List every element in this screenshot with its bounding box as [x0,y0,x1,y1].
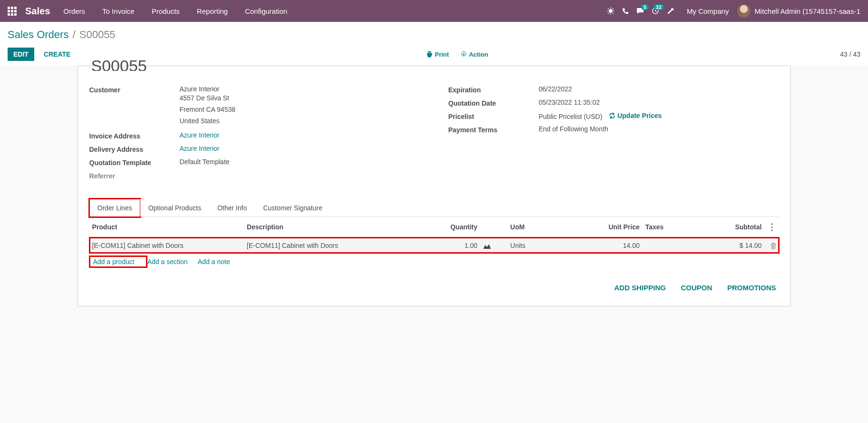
tools-icon[interactable] [667,7,674,15]
company-switcher[interactable]: My Company [687,7,729,15]
col-quantity: Quantity [412,217,480,237]
right-column: Expiration 06/22/2022 Quotation Date 05/… [449,85,779,185]
create-button[interactable]: CREATE [40,48,75,61]
expiration-label: Expiration [449,85,539,94]
col-uom: UoM [507,217,575,237]
expiration-value: 06/22/2022 [539,85,572,93]
brand[interactable]: Sales [25,6,50,17]
breadcrumb-parent[interactable]: Sales Orders [8,29,68,40]
col-description: Description [244,217,412,237]
messaging-icon[interactable]: 5 [636,7,644,15]
debug-icon[interactable] [607,7,614,15]
quotation-date-label: Quotation Date [449,98,539,107]
line-subtotal: $ 14.00 [697,237,765,253]
line-description[interactable]: [E-COM11] Cabinet with Doors [244,237,412,253]
col-product: Product [89,217,244,237]
customer-addr1: 4557 De Silva St [180,93,236,104]
columns-menu-icon[interactable]: ⋮ [768,222,776,232]
navbar: Sales Orders To Invoice Products Reporti… [0,0,868,22]
nav-configuration[interactable]: Configuration [245,7,287,15]
forecast-icon[interactable] [483,243,491,249]
quotation-template-value: Default Template [180,158,230,166]
pricelist-value: Public Pricelist (USD) [539,113,603,120]
tab-order-lines[interactable]: Order Lines [89,199,140,217]
col-unit-price: Unit Price [575,217,643,237]
tab-other-info[interactable]: Other Info [209,199,255,216]
line-uom[interactable]: Units [507,237,575,253]
invoice-address-label: Invoice Address [89,131,180,140]
breadcrumb: Sales Orders / S00055 [8,29,860,41]
add-product-link[interactable]: Add a product [93,258,135,266]
activities-badge: 32 [653,4,664,10]
add-shipping-button[interactable]: ADD SHIPPING [614,284,666,292]
line-taxes[interactable] [643,237,697,253]
messaging-badge: 5 [641,4,649,10]
refresh-icon [609,112,615,119]
activities-icon[interactable]: 32 [652,7,659,15]
apps-icon[interactable] [8,7,17,16]
col-subtotal: Subtotal [697,217,765,237]
delivery-address-label: Delivery Address [89,145,180,153]
nav-products[interactable]: Products [152,7,180,15]
customer-label: Customer [89,85,180,94]
line-quantity[interactable]: 1.00 [412,237,480,253]
add-note-link[interactable]: Add a note [198,258,230,266]
customer-addr2: Fremont CA 94538 [180,104,236,116]
nav-reporting[interactable]: Reporting [197,7,228,15]
invoice-address-link[interactable]: Azure Interior [180,131,220,139]
record-title: S00055 [89,57,779,71]
delivery-address-link[interactable]: Azure Interior [180,145,220,152]
phone-icon[interactable] [622,8,629,14]
tab-optional-products[interactable]: Optional Products [140,199,209,216]
referrer-label: Referrer [89,171,180,180]
trash-icon[interactable] [770,243,776,249]
update-prices-link[interactable]: Update Prices [609,112,662,119]
nav-orders[interactable]: Orders [63,7,85,15]
user-menu[interactable]: Mitchell Admin (15745157-saas-1 [737,4,860,18]
promotions-button[interactable]: PROMOTIONS [727,284,776,292]
nav-to-invoice[interactable]: To Invoice [102,7,135,15]
line-product[interactable]: [E-COM11] Cabinet with Doors [89,237,244,253]
form-sheet: S00055 Customer Azure Interior 4557 De S… [78,66,791,306]
user-name: Mitchell Admin (15745157-saas-1 [754,7,860,15]
customer-addr3: United States [180,116,236,127]
edit-button[interactable]: EDIT [8,48,34,61]
svg-point-0 [609,9,613,13]
tabs: Order Lines Optional Products Other Info… [89,199,779,217]
payment-terms-value: End of Following Month [539,125,608,133]
customer-link[interactable]: Azure Interior [180,85,220,93]
quotation-template-label: Quotation Template [89,158,180,167]
breadcrumb-current: S00055 [79,29,116,40]
breadcrumb-sep: / [73,29,78,40]
tab-customer-signature[interactable]: Customer Signature [255,199,331,216]
pricelist-label: Pricelist [449,112,539,120]
left-column: Customer Azure Interior 4557 De Silva St… [89,85,420,185]
order-line-row[interactable]: [E-COM11] Cabinet with Doors [E-COM11] C… [89,237,779,253]
order-lines-table: Product Description Quantity UoM Unit Pr… [89,217,779,270]
coupon-button[interactable]: COUPON [681,284,712,292]
quotation-date-value: 05/23/2022 11:35:02 [539,98,600,106]
svg-point-2 [463,53,465,55]
add-section-link[interactable]: Add a section [147,258,188,266]
payment-terms-label: Payment Terms [449,125,539,134]
col-taxes: Taxes [643,217,697,237]
pager[interactable]: 43 / 43 [840,50,860,58]
line-unit-price[interactable]: 14.00 [575,237,643,253]
footer-actions: ADD SHIPPING COUPON PROMOTIONS [89,270,779,295]
update-prices-label: Update Prices [617,112,662,119]
avatar [737,4,751,18]
